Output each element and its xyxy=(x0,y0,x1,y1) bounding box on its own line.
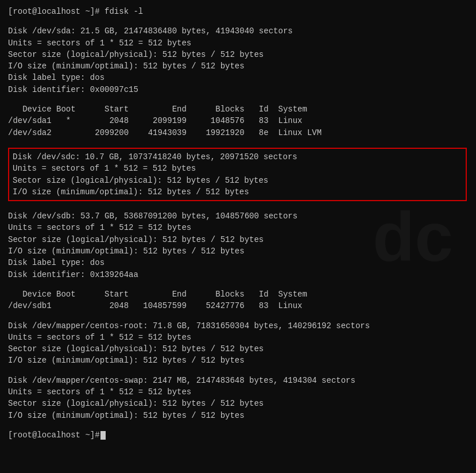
sda-line-1: Units = sectors of 1 * 512 = 512 bytes xyxy=(8,37,468,49)
sda2-row: /dev/sda2 2099200 41943039 19921920 8e L… xyxy=(8,127,468,139)
prompt-start: [root@localhost ~]# fdisk -l xyxy=(8,6,468,17)
sda-table-section: Device Boot Start End Blocks Id System /… xyxy=(8,103,468,139)
prompt-end-text: [root@localhost ~]# xyxy=(8,429,100,441)
sdc-line-3: I/O size (minimum/optimal): 512 bytes / … xyxy=(13,186,462,198)
sda-line-2: Sector size (logical/physical): 512 byte… xyxy=(8,49,468,60)
sda-line-5: Disk identifier: 0x00097c15 xyxy=(8,84,468,95)
sdb-line-2: Sector size (logical/physical): 512 byte… xyxy=(8,234,468,245)
sdb-table-section: Device Boot Start End Blocks Id System /… xyxy=(8,289,468,312)
sdb-line-5: Disk identifier: 0x139264aa xyxy=(8,269,468,280)
sda-line-0: Disk /dev/sda: 21.5 GB, 21474836480 byte… xyxy=(8,25,468,37)
prompt-end-line[interactable]: [root@localhost ~]# xyxy=(8,429,468,441)
centos-root-line-0: Disk /dev/mapper/centos-root: 71.8 GB, 7… xyxy=(8,320,468,332)
sdb-line-1: Units = sectors of 1 * 512 = 512 bytes xyxy=(8,222,468,233)
sda-section: Disk /dev/sda: 21.5 GB, 21474836480 byte… xyxy=(8,25,468,95)
terminal: [root@localhost ~]# fdisk -l Disk /dev/s… xyxy=(8,6,468,441)
sdc-line-2: Sector size (logical/physical): 512 byte… xyxy=(13,175,462,186)
centos-swap-section: Disk /dev/mapper/centos-swap: 2147 MB, 2… xyxy=(8,375,468,421)
sdb-line-3: I/O size (minimum/optimal): 512 bytes / … xyxy=(8,245,468,257)
sdb-line-0: Disk /dev/sdb: 53.7 GB, 53687091200 byte… xyxy=(8,210,468,222)
sda1-row: /dev/sda1 * 2048 2099199 1048576 83 Linu… xyxy=(8,115,468,126)
centos-swap-line-1: Units = sectors of 1 * 512 = 512 bytes xyxy=(8,386,468,398)
centos-root-line-1: Units = sectors of 1 * 512 = 512 bytes xyxy=(8,332,468,343)
sda-table-header: Device Boot Start End Blocks Id System xyxy=(8,103,468,115)
sdb-table-header: Device Boot Start End Blocks Id System xyxy=(8,289,468,300)
sdb-section: Disk /dev/sdb: 53.7 GB, 53687091200 byte… xyxy=(8,210,468,280)
cursor-block xyxy=(100,431,106,440)
sdc-section-highlighted: Disk /dev/sdc: 10.7 GB, 10737418240 byte… xyxy=(8,148,467,201)
sda-line-4: Disk label type: dos xyxy=(8,72,468,83)
centos-root-section: Disk /dev/mapper/centos-root: 71.8 GB, 7… xyxy=(8,320,468,367)
sdc-line-0: Disk /dev/sdc: 10.7 GB, 10737418240 byte… xyxy=(13,151,462,163)
sdb1-row: /dev/sdb1 2048 104857599 52427776 83 Lin… xyxy=(8,300,468,312)
sdb-line-4: Disk label type: dos xyxy=(8,257,468,268)
centos-swap-line-0: Disk /dev/mapper/centos-swap: 2147 MB, 2… xyxy=(8,375,468,386)
centos-root-line-2: Sector size (logical/physical): 512 byte… xyxy=(8,343,468,355)
centos-swap-line-3: I/O size (minimum/optimal): 512 bytes / … xyxy=(8,410,468,421)
sdc-line-1: Units = sectors of 1 * 512 = 512 bytes xyxy=(13,163,462,174)
centos-swap-line-2: Sector size (logical/physical): 512 byte… xyxy=(8,398,468,409)
sda-line-3: I/O size (minimum/optimal): 512 bytes / … xyxy=(8,60,468,72)
centos-root-line-3: I/O size (minimum/optimal): 512 bytes / … xyxy=(8,355,468,366)
